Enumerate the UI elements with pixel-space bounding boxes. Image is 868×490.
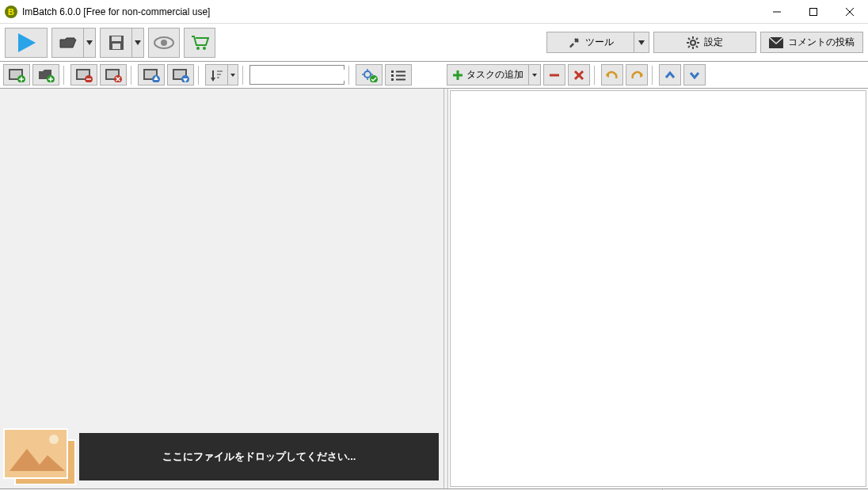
task-panel: [450, 90, 866, 487]
separator: [63, 66, 67, 85]
save-button[interactable]: [100, 28, 131, 58]
add-folder-button[interactable]: [32, 64, 59, 85]
image-clear-icon: [105, 68, 122, 82]
svg-point-56: [364, 71, 371, 78]
svg-marker-77: [10, 449, 65, 471]
x-icon: [573, 70, 584, 81]
svg-point-12: [196, 47, 200, 50]
window-title: ImBatch 6.0.0 [Free for non-commercial u…: [22, 6, 210, 17]
sort-dropdown[interactable]: [227, 64, 238, 85]
sort-button[interactable]: [205, 64, 227, 85]
add-task-dropdown[interactable]: [528, 64, 541, 85]
close-button[interactable]: [832, 0, 868, 23]
svg-marker-55: [230, 74, 235, 77]
svg-point-61: [370, 75, 378, 82]
separator: [348, 66, 352, 85]
task-move-up-button[interactable]: [659, 64, 681, 85]
open-dropdown[interactable]: [83, 28, 96, 58]
folder-open-icon: [59, 35, 78, 51]
clear-images-button[interactable]: [100, 64, 127, 85]
undo-icon: [605, 70, 619, 80]
image-list-empty-area[interactable]: [0, 89, 444, 425]
list-icon: [391, 70, 405, 81]
remove-task-button[interactable]: [543, 64, 565, 85]
app-icon: B: [5, 6, 17, 18]
feedback-label: コメントの投稿: [788, 36, 855, 49]
secondary-toolbar: ✕ タスクの追加: [0, 62, 868, 89]
folder-add-icon: [37, 68, 55, 82]
search-box[interactable]: ✕: [249, 65, 345, 85]
minus-icon: [549, 70, 560, 81]
svg-line-22: [696, 38, 698, 40]
remove-image-button[interactable]: [70, 64, 97, 85]
chevron-down-icon: [689, 71, 700, 79]
svg-marker-5: [86, 40, 93, 45]
image-add-icon: [8, 68, 25, 82]
work-area: ここにファイルをドロップしてください...: [0, 89, 868, 488]
drop-zone[interactable]: ここにファイルをドロップしてください...: [0, 425, 444, 488]
eye-icon: [154, 36, 174, 50]
svg-point-11: [161, 40, 167, 46]
save-dropdown[interactable]: [131, 28, 144, 58]
separator: [594, 66, 597, 85]
panel-divider[interactable]: [444, 89, 448, 488]
svg-rect-1: [810, 8, 817, 15]
task-move-down-button[interactable]: [683, 64, 706, 85]
separator: [198, 66, 201, 85]
svg-marker-9: [135, 40, 141, 45]
store-button[interactable]: [184, 28, 215, 58]
tools-label: ツール: [585, 36, 614, 49]
svg-rect-62: [391, 70, 394, 73]
svg-line-23: [688, 46, 690, 47]
svg-marker-70: [532, 74, 537, 77]
svg-marker-4: [18, 33, 36, 52]
undo-button[interactable]: [601, 64, 623, 85]
svg-point-13: [203, 47, 206, 50]
plus-icon: [452, 70, 463, 81]
gear-check-icon: [360, 68, 378, 82]
move-up-button[interactable]: [138, 64, 165, 85]
settings-button[interactable]: 設定: [653, 32, 756, 53]
dropzone-label: ここにファイルをドロップしてください...: [79, 433, 439, 481]
tools-button[interactable]: ツール: [546, 32, 634, 53]
clear-tasks-button[interactable]: [568, 64, 590, 85]
filter-check-button[interactable]: [356, 64, 383, 85]
image-up-icon: [143, 68, 160, 82]
add-image-button[interactable]: [3, 64, 30, 85]
svg-point-76: [49, 435, 59, 444]
feedback-button[interactable]: コメントの投稿: [760, 32, 863, 53]
preview-button[interactable]: [148, 28, 180, 58]
sort-icon: [211, 69, 223, 82]
title-bar: B ImBatch 6.0.0 [Free for non-commercial…: [0, 0, 868, 24]
separator: [652, 66, 655, 85]
add-task-button[interactable]: タスクの追加: [447, 64, 528, 85]
svg-rect-63: [391, 74, 394, 77]
svg-marker-51: [211, 78, 215, 82]
save-icon: [108, 34, 125, 51]
tools-dropdown[interactable]: [634, 32, 649, 53]
run-button[interactable]: [5, 28, 48, 58]
main-toolbar: ツール 設定 コメントの投稿: [0, 24, 868, 62]
svg-rect-7: [112, 36, 121, 41]
svg-rect-64: [391, 78, 394, 81]
separator: [242, 66, 246, 85]
view-list-button[interactable]: [385, 64, 412, 85]
redo-icon: [630, 70, 644, 80]
maximize-button[interactable]: [795, 0, 832, 23]
redo-button[interactable]: [626, 64, 648, 85]
svg-point-15: [691, 40, 695, 45]
tools-icon: [568, 36, 581, 49]
open-button[interactable]: [51, 28, 83, 58]
add-task-label: タスクの追加: [466, 68, 523, 82]
svg-line-21: [696, 46, 698, 47]
svg-marker-14: [638, 40, 645, 45]
svg-rect-8: [112, 44, 120, 49]
mail-icon: [769, 37, 783, 48]
minimize-button[interactable]: [759, 0, 795, 23]
gear-icon: [687, 36, 699, 49]
chevron-up-icon: [664, 71, 676, 79]
image-list-panel: ここにファイルをドロップしてください...: [0, 89, 444, 488]
cart-icon: [190, 34, 209, 51]
move-down-button[interactable]: [167, 64, 194, 85]
dropzone-thumbnail-icon: [3, 428, 76, 485]
